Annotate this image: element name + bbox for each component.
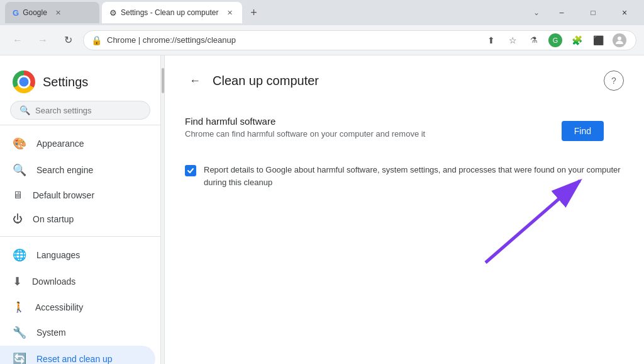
sidebar-item-label-search: Search engine: [36, 165, 93, 175]
settings-tab-close[interactable]: ✕: [225, 8, 235, 18]
find-harmful-section: Find harmful software Chrome can find ha…: [185, 106, 624, 159]
checkmark-icon: [187, 167, 194, 174]
sidebar-header: Settings: [0, 60, 160, 101]
share-icon[interactable]: ⬆: [482, 31, 500, 49]
sidebar-item-system[interactable]: 🔧 System: [0, 319, 160, 346]
close-button[interactable]: ×: [610, 3, 639, 23]
maximize-button[interactable]: □: [579, 3, 608, 23]
bookmark-icon[interactable]: ☆: [504, 31, 521, 49]
search-icon: 🔍: [19, 105, 30, 115]
main-layout: Settings 🔍 🎨 Appearance 🔍 Search engine …: [0, 55, 644, 364]
system-icon: 🔧: [13, 326, 26, 339]
sidebar-item-appearance[interactable]: 🎨 Appearance: [0, 130, 160, 157]
page-title: Clean up computer: [213, 74, 319, 88]
report-checkbox[interactable]: [185, 165, 196, 176]
new-tab-button[interactable]: +: [245, 4, 262, 21]
checkbox-label: Report details to Google about harmful s…: [204, 164, 624, 188]
downloads-icon: ⬇: [13, 275, 22, 288]
help-button[interactable]: ?: [604, 71, 624, 91]
sidebar-item-label-reset: Reset and clean up: [36, 354, 113, 364]
sidebar-scrollbar: [161, 55, 165, 364]
search-input[interactable]: [35, 106, 141, 115]
sidebar-item-label-default: Default browser: [33, 190, 94, 200]
content-header-left: ← Clean up computer: [185, 71, 319, 91]
tab-settings[interactable]: ⚙ Settings - Clean up computer ✕: [102, 2, 242, 23]
content-back-button[interactable]: ←: [185, 71, 205, 91]
sidebar-divider-top: [0, 125, 160, 125]
section-text: Find harmful software Chrome can find ha…: [185, 116, 425, 149]
sidebar-item-reset[interactable]: 🔄 Reset and clean up: [0, 346, 155, 364]
reset-icon: 🔄: [13, 352, 26, 364]
forward-button[interactable]: →: [33, 30, 53, 50]
window-controls: ⌄ – □ ×: [528, 3, 639, 23]
sidebar-item-languages[interactable]: 🌐 Languages: [0, 242, 160, 268]
google-account-icon[interactable]: G: [547, 31, 564, 49]
help-icon: ?: [611, 76, 616, 86]
nav-bar: ← → ↻ 🔒 Chrome | chrome://settings/clean…: [0, 25, 644, 55]
minimize-button[interactable]: –: [547, 3, 576, 23]
refresh-button[interactable]: ↻: [58, 30, 78, 50]
sidebar-item-label-appearance: Appearance: [36, 139, 84, 149]
languages-icon: 🌐: [13, 248, 26, 262]
sidebar-item-label-languages: Languages: [36, 250, 80, 260]
sidebar-item-downloads[interactable]: ⬇ Downloads: [0, 268, 160, 295]
scrollbar-thumb[interactable]: [162, 68, 164, 93]
settings-logo: [13, 71, 35, 93]
content-header: ← Clean up computer ?: [185, 71, 624, 91]
default-browser-icon: 🖥: [13, 190, 23, 201]
address-bar[interactable]: 🔒 Chrome | chrome://settings/cleanup ⬆ ☆…: [83, 30, 636, 50]
sidebar: Settings 🔍 🎨 Appearance 🔍 Search engine …: [0, 55, 161, 364]
svg-point-0: [618, 37, 621, 40]
url-text: Chrome | chrome://settings/cleanup: [107, 35, 236, 45]
sidebar-item-accessibility[interactable]: 🚶 Accessibility: [0, 295, 160, 319]
sidebar-item-on-startup[interactable]: ⏻ On startup: [0, 207, 160, 231]
extensions-icon[interactable]: 🧩: [568, 31, 586, 49]
tab-strip-icon[interactable]: ⬛: [589, 31, 607, 49]
find-button[interactable]: Find: [562, 121, 604, 141]
content-area: ← Clean up computer ? Find harmful softw…: [165, 55, 644, 364]
title-bar: G Google ✕ ⚙ Settings - Clean up compute…: [0, 0, 644, 25]
sidebar-item-label-startup: On startup: [33, 214, 74, 224]
sidebar-item-label-accessibility: Accessibility: [35, 302, 83, 312]
appearance-icon: 🎨: [13, 137, 26, 151]
search-engine-icon: 🔍: [13, 163, 26, 177]
section-row: Find harmful software Chrome can find ha…: [185, 106, 624, 159]
sidebar-item-label-downloads: Downloads: [32, 276, 75, 287]
annotation-arrow-container: [185, 193, 624, 319]
profile-icon[interactable]: [611, 31, 628, 49]
settings-title: Settings: [43, 75, 88, 89]
google-tab-close[interactable]: ✕: [53, 8, 64, 18]
google-tab-favicon: G: [13, 8, 19, 18]
sidebar-item-label-system: System: [36, 327, 66, 338]
settings-tab-label: Settings - Clean up computer: [121, 8, 218, 17]
section-desc: Chrome can find harmful software on your…: [185, 129, 425, 139]
settings-tab-favicon: ⚙: [109, 8, 117, 18]
back-button[interactable]: ←: [8, 30, 28, 50]
chrome-labs-icon[interactable]: ⚗: [525, 31, 543, 49]
lock-icon: 🔒: [91, 35, 102, 45]
search-box[interactable]: 🔍: [10, 101, 150, 120]
google-tab-label: Google: [23, 8, 47, 17]
report-checkbox-row[interactable]: Report details to Google about harmful s…: [185, 159, 624, 193]
sidebar-divider-mid: [0, 236, 160, 237]
on-startup-icon: ⏻: [13, 213, 23, 225]
sidebar-item-default-browser[interactable]: 🖥 Default browser: [0, 183, 160, 207]
sidebar-item-search-engine[interactable]: 🔍 Search engine: [0, 157, 160, 183]
section-title: Find harmful software: [185, 116, 425, 127]
accessibility-icon: 🚶: [13, 301, 25, 313]
tab-google[interactable]: G Google ✕: [5, 2, 99, 23]
